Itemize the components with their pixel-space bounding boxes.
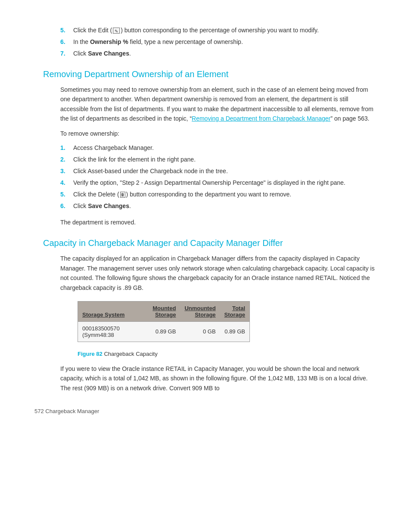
step-7-number: 7. [60,49,73,58]
edit-icon: ✎ [113,28,120,34]
delete-icon: 🗑 [120,192,125,198]
s1-step-6: 6. Click Save Changes. [60,202,377,211]
section2-intro: The capacity displayed for an applicatio… [60,254,377,292]
s1-step-2-text: Click the link for the element in the ri… [73,155,377,164]
section2-after-figure: If you were to view the Oracle instance … [60,364,377,393]
s1-step-1-num: 1. [60,143,73,152]
step-6-text-after: field, type a new percentage of ownershi… [128,38,243,45]
s1-step-3-num: 3. [60,167,73,176]
footer-section-name: Chargeback Manager [45,408,99,414]
s1-step-6-text: Click Save Changes. [73,202,377,211]
capacity-table-container: Storage System Mounted Storage Unmounted… [78,301,250,342]
section1-link: Removing a Department from Chargeback Ma… [192,115,330,122]
step-5-text-after: ) button corresponding to the percentage… [121,27,319,34]
s1-step-5-num: 5. [60,190,73,199]
unmounted-header-line1: Unmounted [184,305,215,311]
total-header-line1: Total [232,305,245,311]
s1-step-4: 4. Verify the option, "Step 2 - Assign D… [60,178,377,187]
s1-step-5: 5. Click the Delete (🗑) button correspon… [60,190,377,199]
col-header-storage-system: Storage System [78,302,148,322]
section2-body: The capacity displayed for an applicatio… [60,254,377,393]
step-5-item: 5. Click the Edit (✎) button correspondi… [60,26,377,35]
s1-step-4-text: Verify the option, "Step 2 - Assign Depa… [73,178,377,187]
table-header-row: Storage System Mounted Storage Unmounted… [78,302,249,322]
step-6-number: 6. [60,37,73,47]
step-7-item: 7. Click Save Changes. [60,49,377,58]
step-6-text: In the [73,38,90,45]
step-7-bold: Save Changes [88,50,129,57]
intro-steps-list: 5. Click the Edit (✎) button correspondi… [60,26,377,58]
table-row: 000183500570 (Symm48:38 0.89 GB 0 GB 0.8… [78,321,249,342]
step-6-item: 6. In the Ownership % field, type a new … [60,37,377,47]
s1-step-5-text: Click the Delete (🗑) button correspondin… [73,190,377,199]
section2-heading: Capacity in Chargeback Manager and Capac… [43,237,377,249]
step-5-content: Click the Edit (✎) button corresponding … [73,26,377,35]
section1-heading: Removing Department Ownership of an Elem… [43,68,377,80]
section1-body: Sometimes you may need to remove ownersh… [60,85,377,227]
cell-total: 0.89 GB [220,321,249,342]
total-header-line2: Storage [224,311,245,318]
figure-caption: Figure 82 Chargeback Capacity [78,351,377,357]
step-5-number: 5. [60,26,73,35]
storage-system-header-text: Storage System [82,311,125,318]
page-footer: 572 Chargeback Manager [34,408,99,414]
section1-after-steps: The department is removed. [60,218,377,227]
col-header-mounted: Mounted Storage [148,302,180,322]
capacity-table: Storage System Mounted Storage Unmounted… [78,302,249,342]
cell-unmounted: 0 GB [180,321,220,342]
s1-step-4-num: 4. [60,178,73,187]
page: 5. Click the Edit (✎) button correspondi… [0,0,411,427]
s1-step-3: 3. Click Asset-based under the Chargebac… [60,167,377,176]
s1-step-2-num: 2. [60,155,73,164]
s1-step-6-num: 6. [60,202,73,211]
step-6-content: In the Ownership % field, type a new per… [73,37,377,47]
s1-step-1-text: Access Chargeback Manager. [73,143,377,152]
step-7-text-after: . [129,50,131,57]
figure-label: Figure 82 [78,351,103,357]
section1-intro-para: Sometimes you may need to remove ownersh… [60,85,377,124]
footer-page-number: 572 [34,408,44,414]
storage-system-value: 000183500570 (Symm48:38 [82,325,120,338]
figure-caption-text: Chargeback Capacity [104,351,157,357]
step-5-text-before: Click the Edit ( [73,27,112,34]
s1-step-1: 1. Access Chargeback Manager. [60,143,377,152]
mounted-header-line2: Storage [155,311,176,318]
mounted-header-line1: Mounted [153,305,176,311]
s1-step-2: 2. Click the link for the element in the… [60,155,377,164]
col-header-unmounted: Unmounted Storage [180,302,220,322]
section-capacity-differ: Capacity in Chargeback Manager and Capac… [43,237,377,393]
unmounted-value: 0 GB [203,328,216,335]
unmounted-header-line2: Storage [195,311,215,318]
section1-intro-end: ” on page 563. [330,115,369,122]
cell-storage-system: 000183500570 (Symm48:38 [78,321,148,342]
step-7-content: Click Save Changes. [73,49,377,58]
intro-steps-section: 5. Click the Edit (✎) button correspondi… [60,26,377,58]
s1-save-changes: Save Changes [88,202,129,209]
s1-step-3-text: Click Asset-based under the Chargeback n… [73,167,377,176]
cell-mounted: 0.89 GB [148,321,180,342]
step-7-text: Click [73,50,88,57]
section1-to-remove: To remove ownership: [60,129,377,138]
mounted-value: 0.89 GB [156,328,176,335]
step-6-bold: Ownership % [90,38,128,45]
col-header-total: Total Storage [220,302,249,322]
section1-steps-list: 1. Access Chargeback Manager. 2. Click t… [60,143,377,211]
total-value: 0.89 GB [224,328,245,335]
section-removing-ownership: Removing Department Ownership of an Elem… [43,68,377,227]
